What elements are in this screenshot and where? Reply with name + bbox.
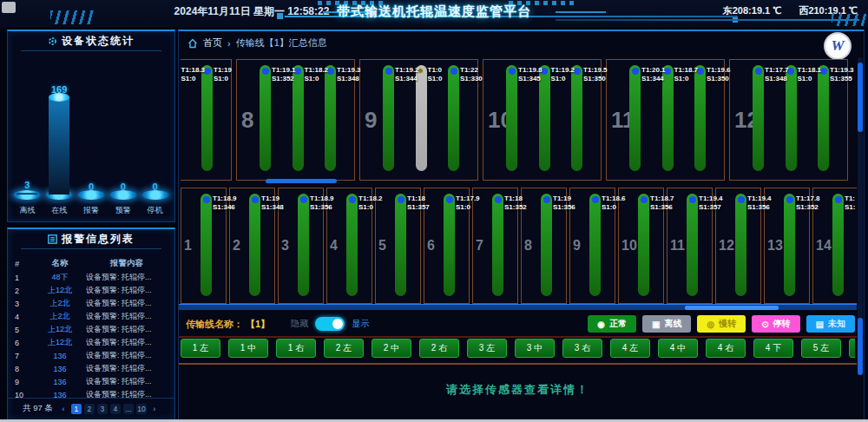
sensor-button-3中[interactable]: 3 中 <box>515 339 555 358</box>
horizontal-scrollbar-thumb[interactable] <box>685 306 779 310</box>
sensor-button-5左[interactable]: 5 左 <box>801 339 841 358</box>
alarm-table-header: # 名称 报警内容 <box>8 255 174 271</box>
temperature-value: T1:19 <box>261 195 284 203</box>
sensor-dot <box>495 196 502 203</box>
conveyor-section-panel-8[interactable]: 8T1:19S1:356 <box>521 188 567 304</box>
sensor-bar[interactable]: T1:22S1:330 <box>448 65 459 171</box>
table-row[interactable]: 3上2北设备预警: 托辊停... <box>8 297 174 310</box>
chart-base-ellipse <box>13 190 41 200</box>
alarm-index: 3 <box>15 300 34 308</box>
sensor-bar[interactable]: T1:18S1:352 <box>492 194 503 296</box>
alarm-table: # 名称 报警内容 148下设备预警: 托辊停...2上12北设备预警: 托辊停… <box>8 255 174 401</box>
top-row-scrollbar[interactable] <box>266 179 337 183</box>
speed-value: S1:0 <box>305 75 329 83</box>
sensor-bar[interactable]: T1:19S1:356 <box>541 194 552 296</box>
sensor-bar[interactable]: T1:17.7S1:348 <box>753 65 764 171</box>
conveyor-section-panel-9[interactable]: 9T1:19.2S1:344T1:0S1:0T1:22S1:330 <box>359 59 478 181</box>
table-row[interactable]: 4上2北设备预警: 托辊停... <box>8 310 174 323</box>
display-toggle[interactable] <box>315 317 345 331</box>
sensor-bar[interactable]: T1:19S1:348 <box>249 194 260 296</box>
roller-bar-green <box>448 65 459 171</box>
sensor-bar[interactable]: T1:19.2S1:344 <box>383 65 394 171</box>
chart-category-label: 预警 <box>115 205 131 216</box>
sensor-bar[interactable]: T1:18.7S1:356 <box>638 194 649 296</box>
sensor-button-2右[interactable]: 2 右 <box>419 339 459 358</box>
home-icon[interactable] <box>187 38 198 49</box>
table-row[interactable]: 8136设备预警: 托辊停... <box>8 362 174 375</box>
sensor-button-2左[interactable]: 2 左 <box>324 339 364 358</box>
sensor-bar[interactable]: T1:17.8S1:352 <box>784 194 795 296</box>
conveyor-section-panel-10[interactable]: 10T1:19.8S1:345T1:19.2S1:0T1:19.5S1:350 <box>483 59 602 181</box>
conveyor-section-panel[interactable]: T1:18.3S1:0T1:19S1:0 <box>181 59 232 181</box>
sensor-button-3左[interactable]: 3 左 <box>467 339 507 358</box>
status-button-正常[interactable]: ◉正常 <box>588 315 636 333</box>
bars-group: T1:18.7S1:356 <box>638 194 649 296</box>
status-button-慢转[interactable]: ◎慢转 <box>697 315 746 333</box>
conveyor-section-panel-8[interactable]: 8T1:19.1S1:352T1:18.2S1:0T1:19.3S1:348 <box>236 59 355 181</box>
sensor-button-3右[interactable]: 3 右 <box>562 339 602 358</box>
sensor-button-4中[interactable]: 4 中 <box>658 339 698 358</box>
page-button[interactable]: 10 <box>136 404 147 414</box>
vertical-scrollbar-thumb[interactable] <box>858 318 863 375</box>
sensor-button-4下[interactable]: 4 下 <box>753 339 793 358</box>
conveyor-section-panel-11[interactable]: 11T1:20.1S1:344T1:18.7S1:0T1:19.6S1:350 <box>606 59 725 181</box>
conveyor-section-panel-3[interactable]: 3T1:18.9S1:356 <box>278 188 324 304</box>
sensor-dot <box>385 68 392 75</box>
table-row[interactable]: 7136设备预警: 托辊停... <box>8 349 174 362</box>
status-button-未知[interactable]: ▤未知 <box>806 315 855 333</box>
sensor-button-1中[interactable]: 1 中 <box>228 339 268 358</box>
page-button[interactable]: ... <box>123 404 134 414</box>
sensor-button-4左[interactable]: 4 左 <box>610 339 650 358</box>
status-button-停转[interactable]: ⊙停转 <box>752 315 799 333</box>
sensor-bar[interactable]: T1:18.2S1:0 <box>346 194 358 296</box>
page-button[interactable]: 1 <box>71 404 82 414</box>
conveyor-section-panel-1[interactable]: 1T1:18.9S1:346 <box>181 188 227 304</box>
sensor-button-4右[interactable]: 4 右 <box>706 339 746 358</box>
table-row[interactable]: 6上12北设备预警: 托辊停... <box>8 336 174 349</box>
alarm-index: 8 <box>15 365 34 373</box>
sensor-bar[interactable]: T1:18.9S1:346 <box>201 194 212 296</box>
sensor-readings: T1:0S1:0 <box>428 66 443 83</box>
page-button[interactable]: 3 <box>97 404 108 414</box>
table-row[interactable]: 148下设备预警: 托辊停... <box>8 271 174 284</box>
conveyor-section-panel-6[interactable]: 6T1:17.9S1:0 <box>424 188 470 304</box>
sensor-bar[interactable]: T1:18.9S1:356 <box>298 194 309 296</box>
sensor-bar[interactable]: T1:18.6S1:0 <box>589 194 601 296</box>
table-row[interactable]: 2上12北设备预警: 托辊停... <box>8 284 174 297</box>
horizontal-scrollbar-track[interactable] <box>179 304 857 310</box>
status-label: 慢转 <box>719 318 736 330</box>
panel-number: 8 <box>241 107 253 134</box>
bars-group: T1:18.9S1:346 <box>201 194 212 296</box>
status-button-离线[interactable]: ▣离线 <box>642 315 691 333</box>
panel-number: 3 <box>281 238 289 254</box>
sensor-bar[interactable]: T1:19.4S1:357 <box>687 194 698 296</box>
page-button[interactable]: 4 <box>110 404 121 414</box>
temperature-value: T1:17.8 <box>796 195 820 203</box>
bars-group: T1:S1: <box>832 194 844 296</box>
sensor-button-2中[interactable]: 2 中 <box>372 339 411 358</box>
sensor-bar[interactable]: T1:20.1S1:344 <box>629 65 641 171</box>
sensor-dot <box>252 196 259 203</box>
page-button[interactable]: 2 <box>84 404 95 414</box>
breadcrumb-home[interactable]: 首页 <box>203 36 222 49</box>
conveyor-section-panel-12[interactable]: 12T1:17.7S1:348T1:18.1S1:0T1:19.3S1:355 <box>729 59 848 181</box>
sensor-bar[interactable]: T1:19.1S1:352 <box>260 65 271 171</box>
bars-group: T1:20.1S1:344T1:18.7S1:0T1:19.6S1:350 <box>629 65 706 171</box>
conveyor-section-panel-9[interactable]: 9T1:18.6S1:0 <box>569 188 615 304</box>
table-row[interactable]: 9136设备预警: 托辊停... <box>8 375 174 388</box>
sensor-bar[interactable]: T1:19.4S1:356 <box>735 194 746 296</box>
temperature-value: T1:18.2 <box>358 195 383 203</box>
sensor-bar[interactable]: T1:19.8S1:345 <box>506 65 517 171</box>
sensor-button-partial[interactable] <box>849 339 855 358</box>
vertical-scrollbar-thumb[interactable] <box>858 63 863 132</box>
sensor-bar[interactable]: T1:S1: <box>832 194 844 296</box>
sensor-button-1右[interactable]: 1 右 <box>276 339 316 358</box>
temperature-value: T1: <box>845 195 855 203</box>
sensor-button-1左[interactable]: 1 左 <box>181 339 220 358</box>
unknown-status-icon: ▤ <box>816 320 824 329</box>
page-prev-button[interactable]: ‹ <box>58 404 69 414</box>
page-next-button[interactable]: › <box>149 404 160 414</box>
table-row[interactable]: 5上12北设备预警: 托辊停... <box>8 323 174 336</box>
sensor-bar[interactable]: T1:18S1:357 <box>395 194 406 296</box>
sensor-bar[interactable]: T1:17.9S1:0 <box>444 194 455 296</box>
